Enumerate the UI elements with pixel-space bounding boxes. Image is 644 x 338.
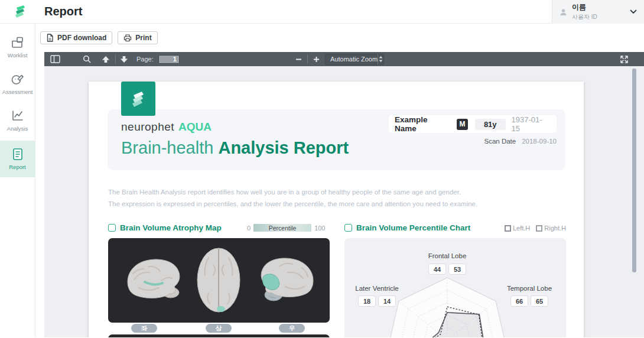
person-icon <box>560 8 567 16</box>
page-label: Page: <box>136 56 154 63</box>
assessment-icon <box>11 73 25 86</box>
brain-atrophy-panel-2 <box>108 334 330 337</box>
sidebar-item-label: Worklist <box>8 52 28 58</box>
page-title: Report <box>44 5 82 18</box>
page-up-icon[interactable] <box>102 56 110 63</box>
percentile-scale-label: Percentile <box>253 224 311 232</box>
atrophy-checkbox[interactable] <box>108 224 116 232</box>
sidebar-item-label: Analysis <box>7 125 28 132</box>
pdf-file-icon <box>46 34 54 42</box>
atrophy-section-header: Brain Volume Atrophy Map <box>108 223 222 232</box>
search-icon[interactable] <box>83 55 91 63</box>
percentile-checkbox[interactable] <box>344 224 352 232</box>
scan-date-value: 2018-09-10 <box>522 138 557 145</box>
sidebar-item-label: Report <box>9 164 26 170</box>
patient-birth-date: 1937-01-15 <box>512 115 551 133</box>
view-label-top: 상 <box>206 324 232 333</box>
percentile-scale: 0 Percentile 100 <box>247 224 325 232</box>
atrophy-section-title: Brain Volume Atrophy Map <box>120 223 222 232</box>
legend-right-hemisphere: Right.H <box>536 225 566 232</box>
content-area: PDF download Print <box>35 24 644 337</box>
app-logo-icon <box>9 2 28 21</box>
zoom-out-icon[interactable] <box>295 56 302 63</box>
user-menu[interactable]: 이름 사용자 ID <box>552 0 644 24</box>
printer-icon <box>123 34 132 42</box>
value-box: 44 <box>428 264 446 275</box>
pdf-scroll-area[interactable]: neurophetAQUA Brain-health Analysis Repo… <box>44 66 644 337</box>
value-box: 14 <box>378 295 396 307</box>
analysis-icon <box>11 109 25 122</box>
patient-age: 81y <box>475 119 506 130</box>
sidebar: Worklist Assessment Analysis <box>0 24 35 337</box>
sidebar-item-assessment[interactable]: Assessment <box>0 67 35 100</box>
percentile-section-header: Brain Volume Percentile Chart <box>344 223 470 232</box>
frontal-values: 44 53 <box>428 264 466 275</box>
topbar: Report 이름 사용자 ID <box>0 0 644 24</box>
pdf-download-label: PDF download <box>57 34 106 42</box>
sidebar-item-report[interactable]: Report <box>0 141 35 177</box>
value-box: 66 <box>510 295 528 307</box>
report-icon <box>11 148 25 161</box>
print-label: Print <box>135 34 151 42</box>
chevron-down-icon <box>630 9 637 14</box>
vertical-scrollbar-thumb[interactable] <box>632 69 636 272</box>
legend-left-hemisphere: Left.H <box>505 225 530 232</box>
brand-name: neurophet <box>121 121 174 133</box>
axis-label-frontal: Frontal Lobe <box>412 252 483 259</box>
report-page: neurophetAQUA Brain-health Analysis Repo… <box>89 82 584 337</box>
percentile-section-title: Brain Volume Percentile Chart <box>356 223 470 232</box>
view-label-right: 우 <box>279 324 305 333</box>
view-label-left: 좌 <box>131 324 157 333</box>
worklist-icon <box>11 36 25 49</box>
value-box: 53 <box>448 264 466 275</box>
page-down-icon[interactable] <box>120 56 128 63</box>
pdf-download-button[interactable]: PDF download <box>40 31 112 44</box>
lateral-ventricle-values: 18 14 <box>358 295 396 307</box>
fullscreen-icon[interactable] <box>620 55 629 64</box>
select-arrows-icon <box>378 54 383 65</box>
report-title-light: Brain-health <box>121 138 213 157</box>
sidebar-item-analysis[interactable]: Analysis <box>0 104 35 137</box>
brain-renders-image <box>108 238 330 323</box>
sidebar-item-label: Assessment <box>2 89 33 95</box>
description-line: The expression is expressed in percentil… <box>108 198 477 210</box>
scan-date-row: Scan Date 2018-09-10 <box>484 138 557 145</box>
sidebar-item-worklist[interactable]: Worklist <box>0 31 35 64</box>
report-description: The Brain Health Analysis report identif… <box>108 186 477 210</box>
scan-date-label: Scan Date <box>484 138 516 145</box>
dashed-square-icon <box>536 225 542 232</box>
chart-legend: Left.H Right.H <box>505 225 566 232</box>
value-box: 18 <box>358 295 376 307</box>
product-name: AQUA <box>178 121 212 133</box>
zoom-level-value: Automatic Zoom <box>326 56 378 63</box>
patient-sex-badge: M <box>457 119 468 130</box>
percentile-gradient-bar: Percentile <box>253 224 311 232</box>
description-line: The Brain Health Analysis report identif… <box>108 186 477 198</box>
sidebar-toggle-icon[interactable] <box>50 55 60 63</box>
user-name: 이름 <box>572 2 630 12</box>
action-bar: PDF download Print <box>35 24 644 52</box>
value-box: 65 <box>531 295 548 307</box>
pdf-toolbar: Page: Automatic Zoom <box>44 52 644 66</box>
user-id: 사용자 ID <box>572 13 630 21</box>
scale-min: 0 <box>247 225 251 232</box>
report-title: Brain-health Analysis Report <box>121 138 349 158</box>
report-title-bold: Analysis Report <box>218 138 349 157</box>
zoom-in-icon[interactable] <box>313 56 320 63</box>
axis-label-temporal: Temporal Lobe <box>494 285 565 292</box>
page-number-input[interactable] <box>158 55 180 64</box>
app-window: Report 이름 사용자 ID Worklist <box>0 0 644 338</box>
neurophet-logo-icon <box>121 82 155 116</box>
temporal-values: 66 65 <box>510 295 548 307</box>
axis-label-lateral-ventricle: Later Ventricle <box>341 285 412 292</box>
patient-info-box: Example Name M 81y 1937-01-15 <box>389 115 557 133</box>
scale-max: 100 <box>314 225 325 232</box>
patient-name: Example Name <box>395 115 451 133</box>
percentile-chart-panel: Frontal Lobe 44 53 Later Ventricle 18 14… <box>344 238 566 337</box>
pdf-viewer: Page: Automatic Zoom <box>44 52 644 337</box>
solid-square-icon <box>505 225 511 232</box>
print-button[interactable]: Print <box>118 31 157 44</box>
zoom-level-select[interactable]: Automatic Zoom <box>325 54 384 65</box>
brain-atrophy-panel <box>108 238 330 323</box>
brand-line: neurophetAQUA <box>121 121 212 134</box>
